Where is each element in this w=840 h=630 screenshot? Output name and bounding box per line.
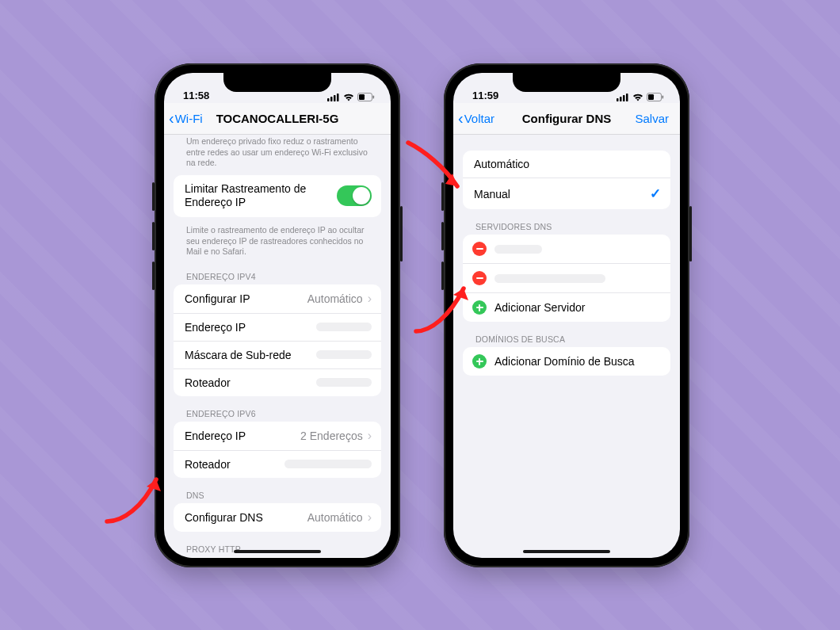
section-header-servidores-dns: SERVIDORES DNS xyxy=(463,214,670,235)
home-indicator[interactable] xyxy=(234,550,321,553)
row-dns-server-2[interactable] xyxy=(463,263,670,292)
group-proxy: Configurar Proxy Desativado › xyxy=(174,557,381,558)
row-endereco-ip: Endereço IP xyxy=(174,313,381,341)
help-text-tracking: Limite o rastreamento de endereço IP ao … xyxy=(174,222,381,264)
status-icons xyxy=(617,93,664,101)
back-label: Voltar xyxy=(464,112,494,125)
cellular-signal-icon xyxy=(327,94,340,101)
checkmark-icon: ✓ xyxy=(650,185,661,202)
mode-auto-label: Automático xyxy=(474,158,661,170)
wifi-icon xyxy=(343,94,354,101)
phone-mockup-wifi-details: 11:58 ‹ Wi-Fi TOCANOCALLERI-5G Um endere… xyxy=(155,63,400,567)
configurar-dns-value: Automático xyxy=(307,511,363,524)
svg-rect-5 xyxy=(359,94,365,100)
section-header-ipv4: ENDEREÇO IPV4 xyxy=(174,264,381,284)
group-dns-mode: Automático Manual ✓ xyxy=(463,151,670,209)
svg-rect-0 xyxy=(327,98,330,101)
row-add-domain[interactable]: Adicionar Domínio de Busca xyxy=(463,347,670,376)
svg-rect-12 xyxy=(648,94,654,100)
save-button[interactable]: Salvar xyxy=(635,112,675,125)
endereco-ipv6-label: Endereço IP xyxy=(185,430,300,442)
status-time: 11:58 xyxy=(183,90,209,101)
svg-rect-13 xyxy=(662,96,664,99)
redacted-value xyxy=(316,378,372,387)
configurar-ip-label: Configurar IP xyxy=(185,292,307,305)
configurar-dns-label: Configurar DNS xyxy=(185,511,307,524)
status-time: 11:59 xyxy=(472,90,498,101)
svg-rect-10 xyxy=(626,94,628,101)
endereco-ip-label: Endereço IP xyxy=(185,321,316,334)
battery-icon xyxy=(357,93,375,101)
chevron-right-icon: › xyxy=(368,429,372,443)
group-ipv4: Configurar IP Automático › Endereço IP M… xyxy=(174,284,381,396)
svg-rect-9 xyxy=(623,95,625,101)
row-limit-tracking[interactable]: Limitar Rastreamento de Endereço IP xyxy=(174,175,381,217)
section-header-dominios-busca: DOMÍNIOS DE BUSCA xyxy=(463,326,670,347)
home-indicator[interactable] xyxy=(523,550,610,553)
help-text-private-address: Um endereço privado fixo reduz o rastram… xyxy=(174,135,381,175)
back-button[interactable]: ‹ Voltar xyxy=(458,112,494,126)
cellular-signal-icon xyxy=(617,94,629,101)
chevron-left-icon: ‹ xyxy=(169,110,174,126)
group-search-domains: Adicionar Domínio de Busca xyxy=(463,347,670,376)
limit-tracking-toggle[interactable] xyxy=(337,185,372,206)
row-endereco-ipv6[interactable]: Endereço IP 2 Endereços › xyxy=(174,422,381,450)
status-icons xyxy=(327,93,375,101)
remove-icon[interactable] xyxy=(472,271,487,285)
row-configurar-dns[interactable]: Configurar DNS Automático › xyxy=(174,503,381,532)
svg-rect-8 xyxy=(620,97,622,101)
redacted-dns-value xyxy=(494,245,542,254)
row-configurar-ip[interactable]: Configurar IP Automático › xyxy=(174,284,381,313)
limit-tracking-label: Limitar Rastreamento de Endereço IP xyxy=(185,182,319,210)
battery-icon xyxy=(647,93,664,101)
wifi-icon xyxy=(632,94,643,101)
row-roteador-v4: Roteador xyxy=(174,368,381,396)
redacted-value xyxy=(316,323,372,331)
nav-bar: ‹ Voltar Configurar DNS Salvar xyxy=(453,103,680,135)
device-notch xyxy=(223,73,331,92)
section-header-ipv6: ENDEREÇO IPV6 xyxy=(174,401,381,422)
background-pattern xyxy=(0,0,840,630)
svg-rect-1 xyxy=(330,97,333,101)
configurar-ip-value: Automático xyxy=(307,292,363,305)
redacted-value xyxy=(316,350,372,359)
roteador-v6-label: Roteador xyxy=(185,458,284,471)
add-domain-label: Adicionar Domínio de Busca xyxy=(494,355,635,368)
row-configurar-proxy[interactable]: Configurar Proxy Desativado › xyxy=(174,557,381,558)
section-header-dns: DNS xyxy=(174,483,381,503)
phone-mockup-configurar-dns: 11:59 ‹ Voltar Configurar DNS Salvar Aut… xyxy=(444,63,689,567)
endereco-ipv6-value: 2 Endereços xyxy=(300,430,363,442)
remove-icon[interactable] xyxy=(472,242,487,256)
svg-rect-6 xyxy=(373,96,375,99)
mascara-label: Máscara de Sub-rede xyxy=(185,349,316,361)
row-mode-auto[interactable]: Automático xyxy=(463,151,670,178)
svg-rect-2 xyxy=(334,95,336,101)
nav-bar: ‹ Wi-Fi TOCANOCALLERI-5G xyxy=(164,103,391,135)
group-dns: Configurar DNS Automático › xyxy=(174,503,381,532)
group-ipv6: Endereço IP 2 Endereços › Roteador xyxy=(174,422,381,478)
add-server-label: Adicionar Servidor xyxy=(494,301,585,314)
row-mode-manual[interactable]: Manual ✓ xyxy=(463,178,670,209)
chevron-right-icon: › xyxy=(368,510,372,525)
device-notch xyxy=(513,73,620,92)
mode-manual-label: Manual xyxy=(474,188,650,200)
redacted-value xyxy=(284,460,372,468)
back-label: Wi-Fi xyxy=(175,112,203,125)
svg-rect-3 xyxy=(337,94,339,101)
row-roteador-v6: Roteador xyxy=(174,450,381,478)
add-icon[interactable] xyxy=(472,354,487,368)
row-mascara: Máscara de Sub-rede xyxy=(174,341,381,368)
roteador-v4-label: Roteador xyxy=(185,376,316,389)
redacted-dns-value xyxy=(494,274,605,283)
row-add-server[interactable]: Adicionar Servidor xyxy=(463,292,670,322)
svg-rect-7 xyxy=(617,98,619,101)
row-dns-server-1[interactable] xyxy=(463,235,670,263)
group-tracking: Limitar Rastreamento de Endereço IP xyxy=(174,175,381,217)
back-button[interactable]: ‹ Wi-Fi xyxy=(169,112,203,126)
chevron-left-icon: ‹ xyxy=(458,110,464,126)
add-icon[interactable] xyxy=(472,300,487,315)
chevron-right-icon: › xyxy=(368,292,372,306)
group-dns-servers: Adicionar Servidor xyxy=(463,235,670,322)
section-header-proxy: PROXY HTTP xyxy=(174,536,381,557)
